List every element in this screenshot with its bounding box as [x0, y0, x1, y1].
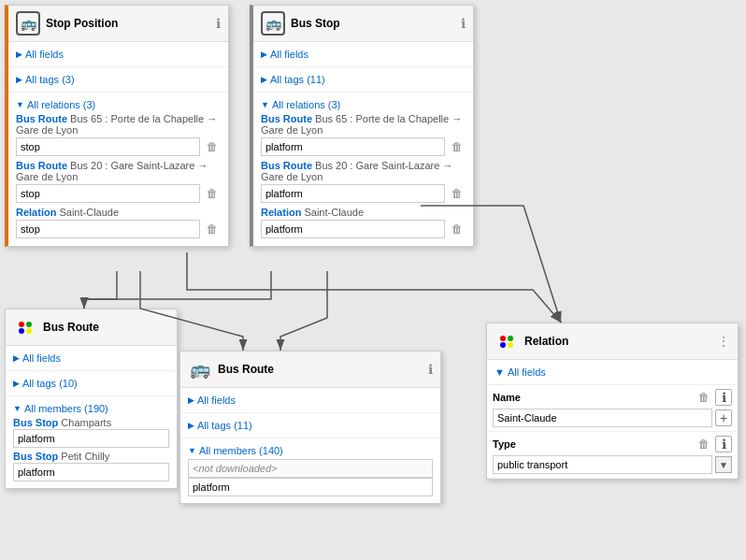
relation-value-input[interactable]	[16, 220, 200, 238]
delete-button[interactable]: 🗑	[204, 221, 221, 237]
member-value-input[interactable]	[188, 478, 433, 496]
name-add-button[interactable]: +	[715, 409, 732, 426]
bus-route-left-title: Bus Route	[43, 321, 169, 334]
type-input[interactable]	[493, 455, 712, 474]
delete-button[interactable]: 🗑	[204, 138, 221, 155]
info-icon[interactable]: ⋮	[717, 334, 730, 349]
rel-type: Relation	[261, 207, 301, 218]
relation-header: Relation Saint-Claude	[16, 207, 221, 218]
relation-item: Bus Route Bus 65 : Porte de la Chapelle …	[16, 113, 221, 156]
dot-yellow	[26, 328, 32, 334]
dot-green	[26, 322, 32, 327]
stop-pos-fields-section: ▶ All fields	[8, 42, 228, 67]
info-icon[interactable]: ℹ	[461, 16, 466, 31]
member-item: Bus Stop Petit Chilly	[13, 451, 169, 481]
bus-route-left-all-fields[interactable]: ▶ All fields	[13, 350, 169, 366]
rel-type: Bus Route	[16, 113, 67, 124]
bus-stop-all-relations[interactable]: ▼ All relations (3)	[261, 96, 466, 113]
bus-route-center-members-section: ▼ All members (140) <not downloaded>	[180, 438, 440, 503]
arrow-icon: ▶	[261, 75, 267, 84]
relation-value-input[interactable]	[261, 220, 445, 238]
relation-value-input[interactable]	[16, 137, 200, 156]
arrow-busstop-to-route-left	[84, 271, 271, 309]
dot-yellow	[508, 342, 513, 348]
stop-pos-all-relations[interactable]: ▼ All relations (3)	[16, 96, 221, 113]
relation-field-header: Name 🗑 ℹ	[493, 389, 732, 406]
delete-button[interactable]: 🗑	[449, 138, 466, 155]
relation-header: Bus Route Bus 20 : Gare Saint-Lazare → G…	[261, 160, 466, 182]
bus-stop-relations-section: ▼ All relations (3) Bus Route Bus 65 : P…	[253, 93, 473, 246]
dot-blue	[500, 342, 506, 348]
bus-route-left-all-members[interactable]: ▼ All members (190)	[13, 400, 169, 417]
arrow-icon: ▼	[188, 446, 196, 455]
delete-button[interactable]: 🗑	[204, 185, 221, 202]
name-value-row: +	[493, 409, 732, 427]
name-input[interactable]	[493, 409, 712, 427]
bus-stop-header: 🚌 Bus Stop ℹ	[253, 6, 473, 42]
arrow-icon: ▼	[495, 366, 505, 378]
stop-pos-all-tags[interactable]: ▶ All tags (3)	[16, 71, 221, 88]
dot-green	[508, 336, 513, 341]
bus-route-center-all-tags[interactable]: ▶ All tags (11)	[188, 417, 433, 434]
type-value-row: ▼	[493, 455, 732, 474]
relation-field-header: Type 🗑 ℹ	[493, 436, 732, 452]
bus-route-icon: 🚌	[188, 357, 212, 381]
bus-route-left-panel: Bus Route ▶ All fields ▶ All tags (10) ▼…	[5, 309, 178, 489]
route-dots-top	[19, 322, 32, 327]
arrow-icon: ▶	[261, 50, 267, 59]
bus-stop-icon: 🚌	[16, 11, 40, 36]
bus-route-left-members-section: ▼ All members (190) Bus Stop Champarts B…	[6, 396, 177, 488]
stop-pos-relations-section: ▼ All relations (3) Bus Route Bus 65 : P…	[8, 93, 228, 246]
member-type: Bus Stop	[13, 417, 58, 428]
member-value-input[interactable]	[13, 429, 169, 448]
bus-route-center-fields-section: ▶ All fields	[180, 388, 440, 413]
field-delete-button[interactable]: 🗑	[696, 436, 712, 452]
relation-value-row: 🗑	[261, 184, 466, 203]
relation-panel-title: Relation	[524, 335, 711, 348]
delete-button[interactable]: 🗑	[449, 221, 466, 237]
relation-item: Bus Route Bus 65 : Porte de la Chapelle …	[261, 113, 466, 156]
info-icon[interactable]: ℹ	[428, 362, 433, 377]
info-icon[interactable]: ℹ	[216, 16, 221, 31]
arrow-busstop-to-route-center	[280, 271, 327, 351]
relation-value-input[interactable]	[261, 184, 445, 203]
bus-route-left-tags-section: ▶ All tags (10)	[6, 371, 177, 396]
member-item: <not downloaded>	[188, 459, 433, 496]
field-icons: 🗑 ℹ	[696, 436, 732, 452]
bus-stop-all-fields[interactable]: ▶ All fields	[261, 46, 466, 63]
delete-button[interactable]: 🗑	[449, 185, 466, 202]
bus-route-left-all-tags[interactable]: ▶ All tags (10)	[13, 375, 169, 392]
relation-value-row: 🗑	[261, 220, 466, 238]
relation-header: Bus Route Bus 65 : Porte de la Chapelle …	[261, 113, 466, 136]
arrow-icon: ▶	[13, 379, 20, 388]
type-dropdown-button[interactable]: ▼	[715, 456, 732, 473]
name-label: Name	[493, 392, 521, 403]
relation-type-field: Type 🗑 ℹ ▼	[487, 432, 738, 479]
arrow-icon: ▶	[188, 421, 194, 430]
member-value-input[interactable]	[13, 463, 169, 481]
rel-type: Bus Route	[261, 113, 312, 124]
stop-pos-tags-section: ▶ All tags (3)	[8, 67, 228, 93]
field-info-button[interactable]: ℹ	[715, 436, 732, 452]
dot-red	[500, 336, 506, 341]
relation-value-row: 🗑	[261, 137, 466, 156]
stop-position-title: Stop Position	[46, 17, 210, 30]
relation-item: Bus Route Bus 20 : Gare Saint-Lazare → G…	[261, 160, 466, 203]
bus-stop-all-tags[interactable]: ▶ All tags (11)	[261, 71, 466, 88]
route-dots-bottom	[19, 328, 32, 334]
field-info-button[interactable]: ℹ	[715, 389, 732, 406]
stop-pos-all-fields[interactable]: ▶ All fields	[16, 46, 221, 63]
member-name: Petit Chilly	[61, 451, 109, 462]
bus-route-center-tags-section: ▶ All tags (11)	[180, 413, 440, 438]
relation-item: Bus Route Bus 20 : Gare Saint-Lazare → G…	[16, 160, 221, 203]
type-label: Type	[493, 438, 516, 450]
field-delete-button[interactable]: 🗑	[696, 389, 712, 406]
member-header: Bus Stop Petit Chilly	[13, 451, 169, 462]
relation-value-input[interactable]	[261, 137, 445, 156]
route-dots-bottom	[500, 342, 513, 348]
relation-value-input[interactable]	[16, 184, 200, 203]
relation-all-fields[interactable]: ▼ All fields	[495, 364, 730, 381]
bus-route-center-all-members[interactable]: ▼ All members (140)	[188, 442, 433, 459]
arrow-stop-to-relation	[187, 252, 561, 323]
bus-route-center-all-fields[interactable]: ▶ All fields	[188, 392, 433, 409]
